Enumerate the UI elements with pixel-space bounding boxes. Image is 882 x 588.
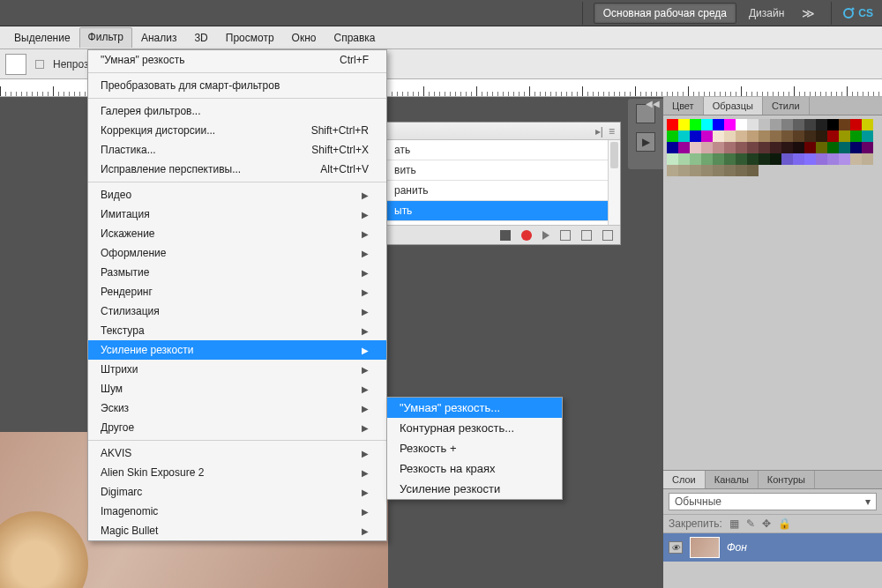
- expand-icon[interactable]: ≫: [796, 6, 820, 20]
- preset-dropdown-icon[interactable]: [35, 60, 44, 69]
- color-swatch[interactable]: [781, 130, 793, 142]
- stop-icon[interactable]: [500, 230, 511, 241]
- menu-item-plugin[interactable]: Alien Skin Exposure 2▶: [88, 463, 386, 482]
- panel-collapse-arrow-icon[interactable]: ◀◀: [646, 99, 660, 108]
- action-item[interactable]: ать: [387, 140, 620, 160]
- color-swatch[interactable]: [713, 130, 724, 142]
- menu-item-plugin[interactable]: Magic Bullet▶: [88, 521, 386, 540]
- color-swatch[interactable]: [827, 119, 839, 130]
- color-swatch[interactable]: [678, 165, 690, 176]
- color-swatch[interactable]: [850, 119, 862, 130]
- color-swatch[interactable]: [839, 119, 850, 130]
- menu-item-lens-correction[interactable]: Коррекция дисторсии...Shift+Ctrl+R: [88, 121, 386, 140]
- new-action-icon[interactable]: [581, 230, 592, 241]
- menu-item-category[interactable]: Стилизация▶: [88, 301, 386, 321]
- submenu-item-unsharp-mask[interactable]: Контурная резкость...: [387, 418, 562, 438]
- color-swatch[interactable]: [667, 165, 678, 176]
- color-swatch[interactable]: [736, 130, 747, 142]
- color-swatch[interactable]: [690, 165, 701, 176]
- color-swatch[interactable]: [690, 130, 701, 142]
- color-swatch[interactable]: [781, 119, 793, 130]
- visibility-eye-icon[interactable]: 👁: [669, 541, 683, 554]
- menu-view[interactable]: Просмотр: [217, 28, 283, 48]
- color-swatch[interactable]: [690, 119, 701, 130]
- color-swatch[interactable]: [793, 119, 804, 130]
- color-swatch[interactable]: [678, 119, 690, 130]
- menu-item-category[interactable]: Имитация▶: [88, 205, 386, 224]
- color-swatch[interactable]: [747, 142, 759, 153]
- color-swatch[interactable]: [862, 142, 873, 153]
- color-swatch[interactable]: [862, 153, 873, 165]
- color-swatch[interactable]: [862, 119, 873, 130]
- tab-swatches[interactable]: Образцы: [704, 97, 763, 115]
- panel-menu-icon[interactable]: ≡: [609, 125, 615, 138]
- lock-position-icon[interactable]: ✥: [762, 517, 771, 530]
- menu-item-vanishing-point[interactable]: Исправление перспективы...Alt+Ctrl+V: [88, 160, 386, 179]
- color-swatch[interactable]: [827, 130, 839, 142]
- design-link[interactable]: Дизайн: [742, 7, 791, 19]
- menu-selection[interactable]: Выделение: [5, 28, 79, 48]
- menu-item-convert-smart[interactable]: Преобразовать для смарт-фильтров: [88, 76, 386, 95]
- color-swatch[interactable]: [690, 153, 701, 165]
- color-swatch[interactable]: [678, 130, 690, 142]
- workspace-button[interactable]: Основная рабочая среда: [594, 3, 736, 24]
- color-swatch[interactable]: [701, 130, 713, 142]
- color-swatch[interactable]: [701, 119, 713, 130]
- menu-analysis[interactable]: Анализ: [132, 28, 186, 48]
- color-swatch[interactable]: [793, 142, 804, 153]
- menu-3d[interactable]: 3D: [185, 28, 216, 48]
- layer-row[interactable]: 👁 Фон: [663, 533, 882, 562]
- color-swatch[interactable]: [759, 153, 770, 165]
- color-swatch[interactable]: [713, 119, 724, 130]
- color-swatch[interactable]: [713, 153, 724, 165]
- new-set-icon[interactable]: [560, 230, 571, 241]
- blend-mode-select[interactable]: Обычные ▾: [669, 493, 877, 510]
- record-icon[interactable]: [521, 230, 532, 241]
- menu-item-liquify[interactable]: Пластика...Shift+Ctrl+X: [88, 140, 386, 160]
- menu-item-category[interactable]: Другое▶: [88, 418, 386, 437]
- color-swatch[interactable]: [701, 142, 713, 153]
- action-item[interactable]: вить: [387, 160, 620, 181]
- submenu-item-sharpen-more[interactable]: Резкость +: [387, 438, 562, 458]
- color-swatch[interactable]: [804, 130, 816, 142]
- color-swatch[interactable]: [736, 165, 747, 176]
- menu-item-category[interactable]: Искажение▶: [88, 224, 386, 243]
- color-swatch[interactable]: [713, 165, 724, 176]
- color-swatch[interactable]: [839, 142, 850, 153]
- color-swatch[interactable]: [667, 153, 678, 165]
- lock-brush-icon[interactable]: ✎: [746, 517, 755, 530]
- color-swatch[interactable]: [713, 142, 724, 153]
- color-swatch[interactable]: [770, 119, 781, 130]
- color-swatch[interactable]: [804, 153, 816, 165]
- menu-window[interactable]: Окно: [283, 28, 325, 48]
- color-swatch[interactable]: [747, 130, 759, 142]
- menu-item-category[interactable]: Усиление резкости▶: [88, 340, 386, 360]
- color-swatch[interactable]: [724, 130, 736, 142]
- color-swatch[interactable]: [678, 142, 690, 153]
- color-swatch[interactable]: [793, 153, 804, 165]
- color-swatch[interactable]: [850, 153, 862, 165]
- submenu-item-smart-sharpen[interactable]: "Умная" резкость...: [387, 398, 562, 418]
- color-swatch[interactable]: [816, 142, 827, 153]
- menu-item-plugin[interactable]: AKVIS▶: [88, 443, 386, 463]
- tab-layers[interactable]: Слои: [663, 471, 706, 488]
- color-swatch[interactable]: [827, 153, 839, 165]
- menu-filter[interactable]: Фильтр: [79, 27, 132, 48]
- tab-channels[interactable]: Каналы: [706, 471, 759, 488]
- play-icon[interactable]: [542, 231, 549, 240]
- color-swatch[interactable]: [759, 119, 770, 130]
- action-item[interactable]: ыть: [387, 201, 620, 221]
- color-swatch[interactable]: [850, 130, 862, 142]
- layer-thumbnail[interactable]: [690, 537, 720, 558]
- color-swatch[interactable]: [839, 153, 850, 165]
- menu-item-plugin[interactable]: Imagenomic▶: [88, 502, 386, 521]
- color-swatch[interactable]: [724, 153, 736, 165]
- lock-all-icon[interactable]: 🔒: [778, 517, 791, 530]
- color-swatch[interactable]: [690, 142, 701, 153]
- color-swatch[interactable]: [701, 153, 713, 165]
- color-swatch[interactable]: [747, 119, 759, 130]
- menu-item-plugin[interactable]: Digimarc▶: [88, 482, 386, 502]
- menu-item-category[interactable]: Рендеринг▶: [88, 282, 386, 301]
- color-swatch[interactable]: [667, 119, 678, 130]
- tab-paths[interactable]: Контуры: [759, 471, 815, 488]
